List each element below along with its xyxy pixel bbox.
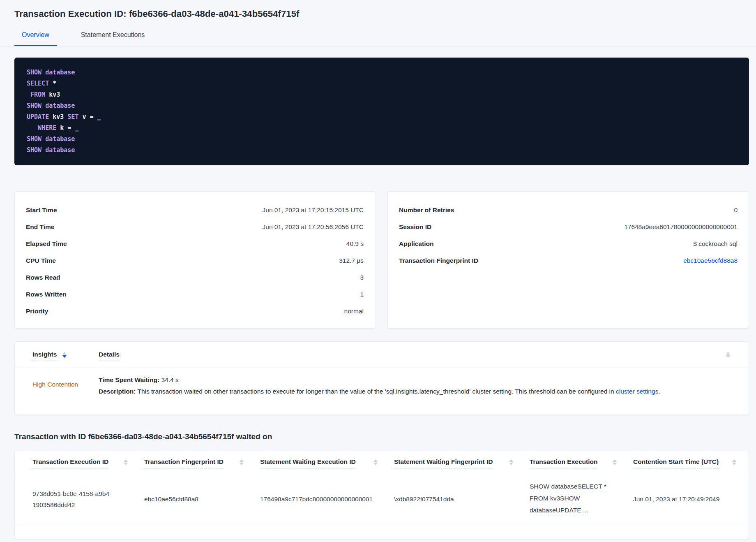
cluster-settings-link[interactable]: cluster settings bbox=[616, 388, 658, 395]
summary-row-retries: Number of Retries 0 bbox=[399, 202, 738, 218]
sort-arrows-icon[interactable] bbox=[509, 458, 513, 465]
row-label: CPU Time bbox=[26, 257, 56, 264]
sort-desc-icon bbox=[613, 463, 617, 465]
insights-row: High Contention Time Spent Waiting: 34.4… bbox=[15, 368, 749, 395]
row-value: Jun 01, 2023 at 17:20:15:2015 UTC bbox=[263, 206, 364, 214]
sql-statements: SHOW databaseSELECT * FROM kv3SHOW datab… bbox=[14, 58, 749, 165]
row-label: Elapsed Time bbox=[26, 240, 67, 248]
sort-desc-icon bbox=[373, 463, 378, 465]
sort-desc-icon bbox=[124, 463, 128, 465]
session-summary-card: Number of Retries 0 Session ID 17648a9ee… bbox=[387, 191, 749, 329]
summary-row-session-id: Session ID 17648a9eea6017800000000000000… bbox=[399, 218, 738, 235]
row-label: Number of Retries bbox=[399, 206, 454, 214]
insight-details: Time Spent Waiting: 34.4 s Description: … bbox=[99, 376, 660, 395]
waited-on-heading: Transaction with ID f6be6366-da03-48de-a… bbox=[0, 415, 756, 441]
sort-desc-icon bbox=[240, 463, 244, 465]
summary-row-rows-written: Rows Written 1 bbox=[26, 286, 364, 303]
col-transaction-execution: Transaction Execution bbox=[530, 458, 633, 468]
insights-table-header: Insights Details bbox=[15, 342, 749, 368]
column-sort-header[interactable]: Transaction Execution bbox=[530, 458, 597, 468]
waiting-label: Time Spent Waiting: bbox=[99, 376, 159, 383]
sort-arrows-icon[interactable] bbox=[62, 351, 67, 361]
row-value: 40.9 s bbox=[346, 240, 364, 248]
sort-asc-icon bbox=[613, 459, 617, 462]
sort-asc-icon bbox=[726, 352, 730, 354]
transaction-execution-link[interactable]: SHOW databaseSELECT * bbox=[530, 481, 606, 492]
column-sort-header[interactable]: Transaction Execution ID bbox=[32, 458, 108, 468]
row-label: End Time bbox=[26, 223, 54, 231]
cell-transaction-fingerprint-id: ebc10ae56cfd88a8 bbox=[144, 493, 260, 505]
column-sort-header[interactable]: Statement Waiting Execution ID bbox=[260, 458, 356, 468]
summary-row-priority: Priority normal bbox=[26, 303, 364, 320]
row-label: Start Time bbox=[26, 206, 57, 214]
description-label: Description: bbox=[99, 388, 136, 395]
sort-desc-icon bbox=[62, 355, 67, 358]
summary-row-transaction-fingerprint: Transaction Fingerprint ID ebc10ae56cfd8… bbox=[399, 252, 738, 269]
row-label: Priority bbox=[26, 308, 48, 315]
col-statement-waiting-fingerprint-id: Statement Waiting Fingerprint ID bbox=[394, 458, 530, 468]
sort-asc-icon bbox=[62, 352, 67, 354]
row-label: Application bbox=[399, 240, 433, 248]
col-contention-start-time: Contention Start Time (UTC) bbox=[633, 458, 736, 468]
summary-row-end-time: End Time Jun 01, 2023 at 17:20:56:2056 U… bbox=[26, 218, 364, 235]
summary-row-start-time: Start Time Jun 01, 2023 at 17:20:15:2015… bbox=[26, 202, 364, 218]
waited-table-header: Transaction Execution ID Transaction Fin… bbox=[15, 451, 749, 474]
col-statement-waiting-execution-id: Statement Waiting Execution ID bbox=[260, 458, 394, 468]
summary-row-elapsed-time: Elapsed Time 40.9 s bbox=[26, 235, 364, 252]
insight-description: Description: This transaction waited on … bbox=[99, 388, 660, 395]
column-sort-header[interactable]: Contention Start Time (UTC) bbox=[633, 458, 719, 468]
waited-table-row: 9738d051-bc0e-4158-a9b4-1903586ddd42 ebc… bbox=[15, 474, 749, 524]
tab-overview[interactable]: Overview bbox=[14, 31, 57, 46]
sort-arrows-icon[interactable] bbox=[613, 458, 617, 465]
sort-arrows-icon[interactable] bbox=[124, 458, 128, 465]
row-value: 312.7 µs bbox=[339, 257, 364, 264]
sort-desc-icon bbox=[732, 463, 736, 465]
description-period: . bbox=[658, 388, 660, 395]
time-spent-waiting: Time Spent Waiting: 34.4 s bbox=[99, 376, 660, 384]
waited-on-table: Transaction Execution ID Transaction Fin… bbox=[14, 451, 749, 539]
tab-bar: Overview Statement Executions bbox=[0, 31, 756, 46]
sort-arrows-icon[interactable] bbox=[726, 351, 730, 358]
row-value: $ cockroach sql bbox=[693, 240, 738, 248]
insights-column-header: Insights bbox=[32, 351, 99, 361]
col-transaction-fingerprint-id: Transaction Fingerprint ID bbox=[144, 458, 260, 468]
sort-asc-icon bbox=[373, 459, 378, 462]
sort-desc-icon bbox=[509, 463, 513, 465]
sort-asc-icon bbox=[124, 459, 128, 462]
page-title: Transaction Execution ID: f6be6366-da03-… bbox=[0, 0, 756, 19]
transaction-execution-link[interactable]: FROM kv3SHOW bbox=[530, 493, 580, 504]
summary-cards: Start Time Jun 01, 2023 at 17:20:15:2015… bbox=[14, 191, 749, 329]
summary-row-cpu-time: CPU Time 312.7 µs bbox=[26, 252, 364, 269]
description-text: This transaction waited on other transac… bbox=[136, 388, 616, 395]
row-value: normal bbox=[344, 308, 364, 315]
row-label: Session ID bbox=[399, 223, 431, 231]
row-value: 1 bbox=[360, 291, 364, 298]
row-label: Rows Written bbox=[26, 291, 67, 298]
transaction-details-page: Transaction Execution ID: f6be6366-da03-… bbox=[0, 0, 756, 539]
high-contention-label: High Contention bbox=[32, 381, 99, 391]
cell-contention-start-time: Jun 01, 2023 at 17:20:49:2049 bbox=[633, 493, 736, 505]
row-value: 3 bbox=[360, 274, 364, 281]
execution-summary-card: Start Time Jun 01, 2023 at 17:20:15:2015… bbox=[14, 191, 375, 329]
details-column-header[interactable]: Details bbox=[99, 351, 120, 361]
insights-sort-header[interactable]: Insights bbox=[32, 351, 57, 361]
summary-row-rows-read: Rows Read 3 bbox=[26, 269, 364, 286]
column-sort-header[interactable]: Transaction Fingerprint ID bbox=[144, 458, 224, 468]
sort-arrows-icon[interactable] bbox=[240, 458, 244, 465]
sort-asc-icon bbox=[732, 459, 736, 462]
tab-statement-executions[interactable]: Statement Executions bbox=[74, 31, 152, 46]
sort-asc-icon bbox=[240, 459, 244, 462]
sort-arrows-icon[interactable] bbox=[373, 458, 378, 465]
cell-statement-waiting-execution-id: 176498a9c717bdc80000000000000001 bbox=[260, 493, 394, 505]
sort-arrows-icon[interactable] bbox=[732, 458, 736, 465]
row-value: 17648a9eea6017800000000000000001 bbox=[624, 223, 738, 231]
summary-row-application: Application $ cockroach sql bbox=[399, 235, 738, 252]
transaction-execution-link[interactable]: databaseUPDATE ... bbox=[530, 505, 588, 516]
column-sort-header[interactable]: Statement Waiting Fingerprint ID bbox=[394, 458, 493, 468]
waiting-value: 34.4 s bbox=[159, 376, 179, 383]
sort-desc-icon bbox=[726, 355, 730, 358]
insights-table: Insights Details High Contention Time Sp… bbox=[14, 341, 749, 415]
cell-statement-waiting-fingerprint-id: \xdb8922f077541dda bbox=[394, 493, 530, 505]
row-label: Rows Read bbox=[26, 274, 60, 281]
transaction-fingerprint-link[interactable]: ebc10ae56cfd88a8 bbox=[683, 257, 738, 264]
